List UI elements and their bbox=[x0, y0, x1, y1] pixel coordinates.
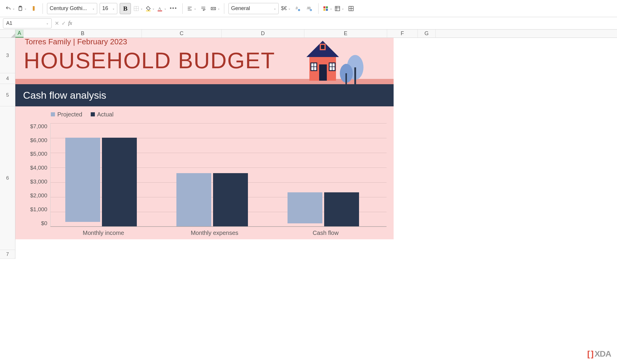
formula-bar: A1 ⌄ ✕ ✓ fx bbox=[0, 17, 617, 30]
font-color-icon: A bbox=[157, 6, 163, 12]
grid-line bbox=[51, 123, 387, 124]
formula-input[interactable] bbox=[75, 18, 614, 28]
section-header: Cash flow analysis bbox=[15, 84, 394, 106]
svg-rect-13 bbox=[211, 7, 216, 9]
font-size-combo[interactable]: 16 ⌄ bbox=[100, 3, 117, 14]
legend-swatch bbox=[51, 112, 55, 116]
paint-bucket-icon bbox=[145, 6, 151, 12]
chart-y-axis: $7,000$6,000$5,000$4,000$3,000$2,000$1,0… bbox=[30, 123, 50, 227]
separator bbox=[43, 3, 43, 14]
chevron-down-icon: ⌄ bbox=[194, 7, 196, 10]
font-name-combo[interactable]: Century Gothi... ⌄ bbox=[47, 3, 97, 14]
separator bbox=[182, 3, 183, 14]
column-header-G[interactable]: G bbox=[418, 30, 436, 38]
chevron-down-icon: ⌄ bbox=[152, 7, 155, 10]
y-tick-label: $6,000 bbox=[30, 137, 47, 144]
paintbrush-button[interactable] bbox=[29, 3, 38, 14]
svg-rect-29 bbox=[354, 67, 356, 85]
merge-button[interactable]: ⌄ bbox=[210, 6, 220, 12]
conditional-format-button[interactable]: ⌄ bbox=[323, 6, 332, 12]
align-left-icon bbox=[187, 6, 193, 12]
svg-rect-21 bbox=[326, 9, 328, 11]
chevron-down-icon: ⌄ bbox=[164, 7, 166, 10]
svg-rect-2 bbox=[33, 6, 35, 9]
chart: ProjectedActual $7,000$6,000$5,000$4,000… bbox=[15, 106, 394, 239]
decrease-decimal-button[interactable]: .0 bbox=[293, 3, 302, 14]
font-name-value: Century Gothi... bbox=[50, 5, 87, 12]
font-color-button[interactable]: A ⌄ bbox=[157, 6, 166, 12]
legend-label: Projected bbox=[57, 111, 82, 118]
x-tick-label: Monthly income bbox=[48, 230, 159, 236]
chart-x-axis: Monthly incomeMonthly expensesCash flow bbox=[51, 230, 387, 236]
increase-decimal-button[interactable]: .00 bbox=[305, 3, 314, 14]
confirm-icon[interactable]: ✓ bbox=[61, 20, 66, 27]
svg-rect-8 bbox=[158, 10, 162, 11]
bold-label: B bbox=[123, 5, 128, 12]
budget-sheet-content: Torres Family | February 2023 HOUSEHOLD … bbox=[15, 38, 394, 239]
cancel-icon[interactable]: ✕ bbox=[55, 20, 59, 27]
bar-group bbox=[65, 138, 137, 226]
clipboard-icon bbox=[17, 6, 23, 12]
chevron-down-icon: ⌄ bbox=[92, 7, 95, 10]
row-header-6[interactable]: 6 bbox=[0, 106, 15, 250]
cell-styles-button[interactable]: ⌄ bbox=[335, 6, 344, 12]
row-header-3[interactable]: 3 bbox=[0, 38, 15, 73]
align-button[interactable]: ⌄ bbox=[187, 6, 196, 12]
svg-rect-19 bbox=[326, 6, 328, 8]
grid-body: 34567 Torres Family | Febr bbox=[0, 38, 617, 259]
chevron-down-icon: ⌄ bbox=[112, 7, 115, 10]
svg-text:A: A bbox=[158, 6, 161, 11]
ribbon-toolbar: ⌄ ⌄ Century Gothi... ⌄ 16 ⌄ B ⌄ ⌄ A ⌄ ••… bbox=[0, 0, 617, 17]
insert-button[interactable] bbox=[346, 3, 356, 14]
undo-button[interactable]: ⌄ bbox=[5, 6, 15, 12]
svg-rect-22 bbox=[335, 6, 340, 11]
svg-rect-31 bbox=[345, 73, 347, 85]
increase-decimal-icon: .00 bbox=[306, 6, 312, 12]
chevron-down-icon: ⌄ bbox=[217, 7, 220, 10]
cells-area[interactable]: Torres Family | February 2023 HOUSEHOLD … bbox=[15, 38, 617, 259]
bar bbox=[288, 192, 322, 223]
borders-button[interactable]: ⌄ bbox=[133, 6, 143, 12]
fx-label[interactable]: fx bbox=[68, 20, 72, 26]
chevron-down-icon: ⌄ bbox=[342, 7, 344, 10]
chevron-down-icon: ⌄ bbox=[288, 7, 290, 10]
legend-item: Actual bbox=[91, 111, 114, 118]
legend-swatch bbox=[91, 112, 95, 116]
select-all-corner[interactable] bbox=[0, 30, 15, 38]
svg-text:.0: .0 bbox=[295, 6, 298, 9]
number-format-combo[interactable]: General ⌄ bbox=[228, 3, 279, 14]
font-size-value: 16 bbox=[102, 5, 108, 12]
more-formatting-button[interactable]: ••• bbox=[169, 3, 178, 14]
y-tick-label: $5,000 bbox=[30, 151, 47, 157]
clipboard-button[interactable]: ⌄ bbox=[17, 6, 27, 12]
chevron-down-icon: ⌄ bbox=[140, 7, 143, 10]
y-tick-label: $7,000 bbox=[30, 123, 47, 130]
y-tick-label: $0 bbox=[41, 220, 47, 227]
chart-legend: ProjectedActual bbox=[51, 111, 387, 118]
decrease-decimal-icon: .0 bbox=[295, 6, 301, 12]
chevron-down-icon: ⌄ bbox=[24, 7, 27, 10]
y-tick-label: $1,000 bbox=[30, 206, 47, 213]
bold-button[interactable]: B bbox=[120, 3, 131, 14]
row-header-5[interactable]: 5 bbox=[0, 84, 15, 106]
bar-group bbox=[288, 192, 359, 226]
name-box-value: A1 bbox=[6, 20, 12, 26]
bar bbox=[102, 138, 137, 226]
sheet-subtitle: Torres Family | February 2023 bbox=[15, 35, 394, 46]
name-box[interactable]: A1 ⌄ bbox=[3, 18, 52, 28]
separator bbox=[318, 3, 319, 14]
chart-plot-area bbox=[50, 123, 387, 227]
row-header-7[interactable]: 7 bbox=[0, 250, 15, 259]
svg-rect-34 bbox=[319, 64, 327, 81]
wrap-text-button[interactable] bbox=[199, 3, 208, 14]
undo-icon bbox=[5, 6, 11, 12]
separator bbox=[224, 3, 224, 14]
fill-color-button[interactable]: ⌄ bbox=[145, 6, 155, 12]
paintbrush-icon bbox=[31, 6, 37, 12]
chevron-down-icon: ⌄ bbox=[12, 7, 15, 10]
chevron-down-icon: ⌄ bbox=[46, 22, 48, 25]
borders-icon bbox=[133, 6, 139, 12]
bar-group bbox=[176, 173, 248, 226]
currency-button[interactable]: $€⌄ bbox=[281, 5, 290, 12]
row-header-4[interactable]: 4 bbox=[0, 73, 15, 84]
